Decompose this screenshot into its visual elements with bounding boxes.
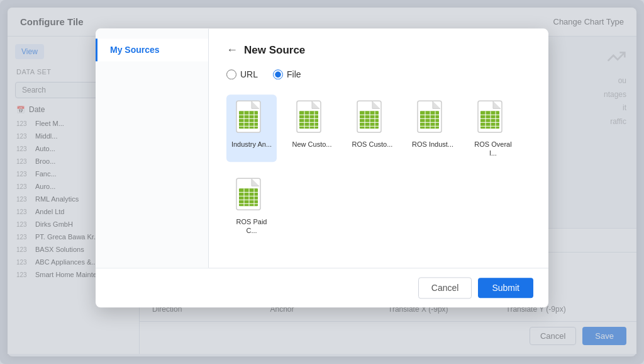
file-label-ros-paid: ROS Paid C... <box>230 217 273 236</box>
submit-button-modal[interactable]: Submit <box>478 278 533 298</box>
source-type-radio-group: URL File <box>226 69 531 79</box>
file-item-ros-custo[interactable]: ROS Custo... <box>347 94 397 162</box>
spreadsheet-icon-ros-overall <box>477 100 509 136</box>
url-radio-option[interactable]: URL <box>226 69 258 79</box>
modal-nav-my-sources[interactable]: My Sources <box>96 38 208 61</box>
file-label-new-custo: New Custo... <box>292 140 332 149</box>
spreadsheet-icon-new-custo <box>296 100 328 136</box>
file-label-industry: Industry An... <box>231 140 272 149</box>
spreadsheet-icon-ros-paid <box>235 177 268 213</box>
spreadsheet-icon-ros-indust <box>416 100 449 136</box>
cancel-button-modal[interactable]: Cancel <box>418 277 472 299</box>
file-label-ros-custo: ROS Custo... <box>352 140 393 149</box>
file-item-ros-indust[interactable]: ROS Indust... <box>408 94 458 162</box>
modal-title: New Source <box>244 44 305 57</box>
modal-inner: My Sources ← New Source URL File <box>96 28 548 268</box>
back-arrow-icon[interactable]: ← <box>226 43 238 57</box>
file-item-new-custo[interactable]: New Custo... <box>287 94 337 162</box>
new-source-modal: My Sources ← New Source URL File <box>96 28 548 307</box>
file-label-ros-overall: ROS Overall... <box>472 140 514 158</box>
file-label-ros-indust: ROS Indust... <box>412 140 453 149</box>
file-item-ros-overall[interactable]: ROS Overall... <box>468 94 518 162</box>
file-item-ros-paid[interactable]: ROS Paid C... <box>226 172 277 239</box>
url-radio-input[interactable] <box>226 69 236 79</box>
spreadsheet-icon-ros-custo <box>356 100 389 136</box>
modal-main-content: ← New Source URL File <box>209 28 548 268</box>
file-radio-option[interactable]: File <box>273 69 301 79</box>
file-grid: Industry An... <box>226 94 531 239</box>
spreadsheet-icon-industry <box>235 100 268 136</box>
modal-footer: Cancel Submit <box>96 268 548 307</box>
file-radio-input[interactable] <box>273 69 283 79</box>
file-item-industry[interactable]: Industry An... <box>226 94 277 162</box>
modal-header: ← New Source <box>226 43 531 57</box>
modal-nav: My Sources <box>96 28 209 268</box>
